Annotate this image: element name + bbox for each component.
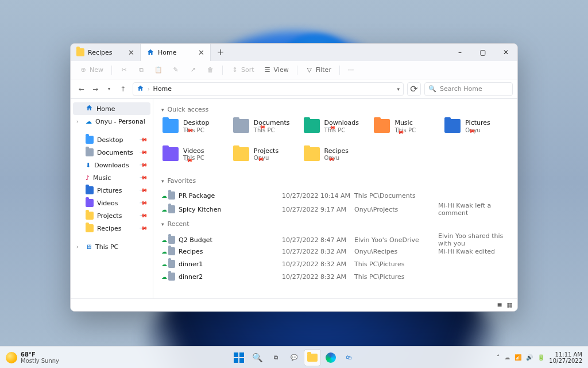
separator: [222, 66, 223, 75]
new-tab-button[interactable]: +: [211, 44, 230, 61]
quick-access-item[interactable]: Downloads This PC 📌: [303, 118, 369, 143]
window-controls: – ▢ ✕: [448, 44, 517, 61]
list-item[interactable]: ☁ Q2 Budget 10/27/2022 8:47 AM Elvin Yoo…: [161, 232, 509, 245]
tab-recipes[interactable]: Recipes ✕: [71, 44, 141, 61]
file-explorer-button[interactable]: [304, 350, 320, 366]
filter-button[interactable]: ▽ Filter: [301, 64, 335, 76]
folder-icon: [163, 119, 179, 133]
taskbar[interactable]: 68°F Mostly Sunny 🔍 ⧉ 💬 🛍 ˄ ☁ 📶 🔊 🔋 11:1…: [0, 346, 588, 368]
home-icon: [146, 48, 154, 56]
battery-icon[interactable]: 🔋: [537, 354, 544, 361]
pin-icon: 📌: [140, 148, 148, 157]
search-icon: 🔍: [252, 352, 263, 363]
up-button[interactable]: ↑: [117, 83, 129, 95]
chat-button[interactable]: 💬: [286, 350, 302, 366]
sidebar-item-downloads[interactable]: ⬇ Downloads 📌: [73, 159, 150, 171]
section-quick-access[interactable]: ▾ Quick access: [161, 106, 509, 113]
rename-button[interactable]: ✎: [168, 64, 184, 76]
sidebar-item-music[interactable]: ♪ Music 📌: [73, 171, 150, 184]
clock[interactable]: 11:11 AM 10/27/2022: [549, 351, 582, 364]
maximize-button[interactable]: ▢: [471, 44, 494, 61]
recent-locations-button[interactable]: ▾: [103, 83, 115, 95]
quick-access-item[interactable]: Desktop This PC 📌: [161, 118, 227, 143]
search-input[interactable]: 🔍 Search Home: [424, 82, 513, 96]
sidebar-item-recipes[interactable]: Recipes 📌: [73, 222, 150, 235]
list-item[interactable]: ☁ dinner2 10/27/2022 8:32 AM This PC\Pic…: [161, 270, 509, 283]
search-button[interactable]: 🔍: [249, 350, 265, 366]
close-button[interactable]: ✕: [494, 44, 517, 61]
section-label: Favorites: [168, 177, 196, 185]
sidebar-item-desktop[interactable]: Desktop 📌: [73, 133, 150, 146]
folder-icon: [86, 212, 94, 220]
weather-widget[interactable]: 68°F Mostly Sunny: [6, 351, 59, 364]
chevron-right-icon[interactable]: ›: [76, 118, 82, 124]
minimize-button[interactable]: –: [448, 44, 471, 61]
cloud-icon: ☁: [86, 118, 92, 125]
folder-icon: [86, 186, 94, 194]
svg-rect-3: [239, 358, 244, 363]
quick-access-item[interactable]: Pictures Onyu 📌: [443, 118, 509, 143]
home-icon: [86, 104, 93, 113]
tab-home[interactable]: Home ✕: [141, 44, 211, 61]
task-view-button[interactable]: ⧉: [268, 350, 284, 366]
pin-icon: 📌: [140, 161, 148, 170]
section-label: Recent: [168, 220, 189, 228]
forward-button[interactable]: →: [89, 83, 102, 95]
folder-icon: [233, 119, 249, 133]
copy-button[interactable]: ⧉: [133, 64, 149, 76]
section-favorites[interactable]: ▾ Favorites: [161, 177, 509, 185]
chevron-down-icon[interactable]: ▾: [397, 86, 400, 92]
store-button[interactable]: 🛍: [341, 350, 357, 366]
cut-button[interactable]: ✂: [116, 64, 132, 76]
chevron-up-icon[interactable]: ˄: [497, 354, 500, 361]
address-bar[interactable]: › Home ▾: [133, 82, 404, 96]
sidebar-item-projects[interactable]: Projects 📌: [73, 209, 150, 222]
item-activity: Mi-Hi Kwak edited: [438, 248, 509, 255]
tab-close-icon[interactable]: ✕: [128, 49, 134, 56]
tab-label: Recipes: [88, 49, 113, 56]
quick-access-item[interactable]: Videos This PC 📌: [161, 146, 227, 171]
item-name: Desktop: [183, 119, 209, 127]
edge-button[interactable]: [323, 350, 339, 366]
list-item[interactable]: ☁ PR Package 10/27/2022 10:14 AM This PC…: [161, 189, 509, 202]
sidebar-item-label: Recipes: [97, 225, 122, 232]
refresh-button[interactable]: ⟳: [407, 82, 421, 96]
folder-icon: [86, 224, 94, 232]
list-item[interactable]: ☁ Spicy Kitchen 10/27/2022 9:17 AM Onyu\…: [161, 202, 509, 214]
wifi-icon[interactable]: 📶: [514, 354, 521, 361]
paste-button[interactable]: 📋: [150, 64, 167, 76]
sidebar-item-pictures[interactable]: Pictures 📌: [73, 184, 150, 197]
sidebar-item-home[interactable]: Home: [73, 102, 150, 115]
sidebar-item-onedrive[interactable]: › ☁ Onyu - Personal: [73, 115, 150, 128]
system-tray[interactable]: ˄ ☁ 📶 🔊 🔋 11:11 AM 10/27/2022: [497, 351, 582, 364]
share-button[interactable]: ↗: [185, 64, 201, 76]
new-button[interactable]: ⊕ New: [75, 64, 107, 76]
separator: [111, 66, 112, 75]
delete-button[interactable]: 🗑: [202, 64, 218, 76]
onedrive-tray-icon[interactable]: ☁: [504, 354, 510, 361]
quick-access-item[interactable]: Music This PC 📌: [373, 118, 439, 143]
sidebar-item-this-pc[interactable]: › 🖥 This PC: [73, 240, 150, 253]
item-path: Elvin Yoo's OneDrive: [354, 236, 435, 244]
sidebar-item-documents[interactable]: Documents 📌: [73, 146, 150, 159]
tiles-view-button[interactable]: ▦: [507, 301, 513, 309]
tab-close-icon[interactable]: ✕: [198, 49, 204, 56]
details-view-button[interactable]: ≣: [497, 301, 502, 309]
back-button[interactable]: ←: [75, 83, 88, 95]
quick-access-item[interactable]: Recipes Onyu 📌: [303, 146, 369, 171]
sort-button[interactable]: ↕ Sort: [227, 64, 258, 76]
svg-rect-0: [234, 352, 238, 357]
volume-icon[interactable]: 🔊: [526, 354, 533, 361]
chevron-right-icon: ›: [148, 86, 150, 92]
list-item[interactable]: ☁ dinner1 10/27/2022 8:32 AM This PC\Pic…: [161, 258, 509, 270]
more-button[interactable]: ···: [344, 64, 358, 76]
quick-access-item[interactable]: Documents This PC 📌: [232, 118, 298, 143]
quick-access-item[interactable]: Projects Onyu 📌: [232, 146, 298, 171]
folder-icon: [444, 119, 461, 133]
chevron-right-icon[interactable]: ›: [76, 244, 82, 250]
view-button[interactable]: ☰ View: [260, 64, 293, 76]
start-button[interactable]: [231, 350, 247, 366]
sidebar-item-videos[interactable]: Videos 📌: [73, 197, 150, 209]
section-recent[interactable]: ▾ Recent: [161, 220, 509, 228]
breadcrumb-home[interactable]: Home: [153, 85, 172, 93]
